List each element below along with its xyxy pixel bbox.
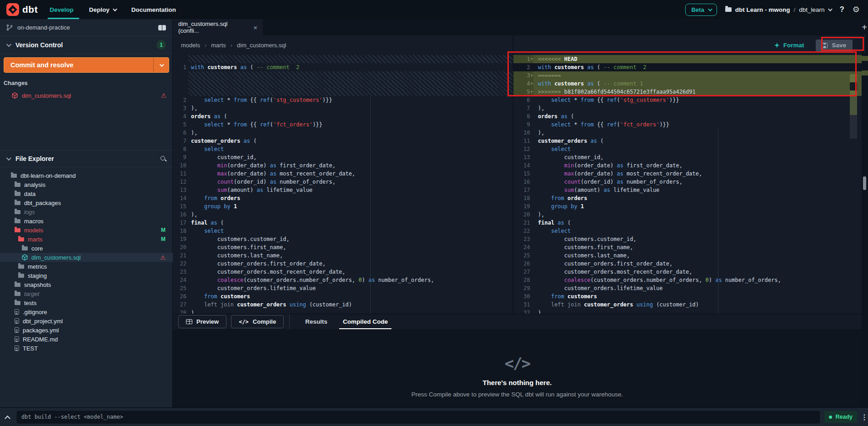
- tree-item-label: metrics: [28, 263, 47, 270]
- tree-item-dim-customers-sql[interactable]: dim_customers.sql⚠: [0, 253, 173, 262]
- scrollbar-thumb[interactable]: [863, 176, 866, 190]
- code-line: 10 ),: [513, 129, 862, 137]
- tree-item-data[interactable]: data: [0, 189, 173, 198]
- tree-item-packages-yml[interactable]: packages.yml: [0, 326, 173, 335]
- beta-dropdown[interactable]: Beta: [685, 4, 717, 16]
- command-input[interactable]: dbt build --select <model_name>: [16, 410, 821, 424]
- nav-item-documentation[interactable]: Documentation: [131, 0, 176, 19]
- changes-count-badge: 1: [156, 40, 166, 50]
- file-icon: [15, 327, 19, 333]
- tree-item-dbt-learn-on-demand[interactable]: dbt-learn-on-demand: [0, 171, 173, 180]
- folder-icon: [15, 301, 20, 305]
- code-line: 6 select * from {{ ref('stg_customers')}…: [513, 96, 862, 104]
- search-icon[interactable]: [160, 155, 166, 162]
- tree-item-logs[interactable]: logs: [0, 207, 173, 216]
- tree-item-target[interactable]: target: [0, 289, 173, 298]
- modified-badge: M: [161, 227, 166, 233]
- code-line: 13 sum(amount) as lifetime_value: [173, 186, 513, 194]
- scrollbar-diff-mark: [862, 70, 868, 75]
- code-line: 5 select * from {{ ref('fct_orders')}}: [173, 120, 513, 129]
- preview-button[interactable]: Preview: [178, 315, 226, 328]
- code-line: 21 final as (: [513, 219, 862, 227]
- project-name: dbt_learn: [799, 6, 824, 13]
- new-tab-icon[interactable]: +: [859, 22, 868, 33]
- code-line: 23 customers.customer_id,: [513, 235, 862, 243]
- tree-item-models[interactable]: modelsM: [0, 226, 173, 235]
- chevron-up-icon[interactable]: [5, 415, 10, 421]
- tree-item-test[interactable]: TEST: [0, 344, 173, 353]
- chevron-down-icon: [708, 7, 712, 11]
- code-line: 15 max(order_date) as most_recent_order_…: [513, 170, 862, 178]
- code-line: 12 select: [513, 145, 862, 153]
- save-floppy-icon: [822, 43, 828, 48]
- overview-ruler-added: [850, 74, 857, 115]
- save-button[interactable]: Save: [816, 40, 853, 51]
- code-empty-icon: </>: [173, 354, 862, 372]
- divider: [289, 314, 290, 330]
- tree-item-metrics[interactable]: metrics: [0, 262, 173, 271]
- nav-items: Develop Deploy Documentation: [50, 0, 176, 19]
- model-cube-icon: [12, 92, 18, 99]
- branch-name: on-demand-practice: [17, 24, 70, 31]
- tree-item-label: dbt_project.yml: [23, 318, 63, 325]
- file-explorer-header[interactable]: File Explorer: [0, 150, 173, 167]
- tree-item-core[interactable]: core: [0, 244, 173, 253]
- help-icon[interactable]: ?: [839, 5, 844, 14]
- tree-item-tests[interactable]: tests: [0, 298, 173, 307]
- account-project-selector[interactable]: dbt Learn - mwong / dbt_learn: [725, 6, 832, 13]
- code-line: 18 from orders: [513, 194, 862, 202]
- code-line: 25 customers.last_name,: [513, 251, 862, 260]
- tab-dim-customers[interactable]: dim_customers.sql (confli... ×: [173, 19, 263, 35]
- code-line: 3),: [173, 104, 513, 112]
- tab-strip: dim_customers.sql (confli... ×: [173, 19, 862, 35]
- branch-row[interactable]: on-demand-practice: [0, 19, 172, 36]
- chevron-down-icon: [113, 7, 117, 11]
- nav-item-develop[interactable]: Develop: [50, 0, 74, 19]
- gear-icon[interactable]: ⚙: [853, 5, 860, 15]
- tree-item-readme-md[interactable]: README.md: [0, 335, 173, 344]
- tree-item-label: marts: [28, 236, 43, 243]
- chevron-down-icon: [6, 41, 11, 46]
- tree-item-staging[interactable]: staging: [0, 271, 173, 280]
- nav-item-deploy[interactable]: Deploy: [89, 0, 116, 19]
- diff-editor-right[interactable]: Format Save 1+<<<<<<< HEAD 2 with custom…: [513, 35, 862, 314]
- tree-item-analysis[interactable]: analysis: [0, 180, 173, 189]
- changed-file-row[interactable]: dim_customers.sql ⚠: [0, 90, 173, 101]
- tree-item-label: logs: [24, 209, 35, 216]
- dbt-logo-icon[interactable]: [6, 3, 19, 16]
- tree-item-dbt-project-yml[interactable]: dbt_project.yml: [0, 316, 173, 326]
- code-line: 22 customer_orders.first_order_date,: [173, 260, 513, 268]
- code-line: 27 left join customer_orders using (cust…: [173, 301, 513, 309]
- commit-and-resolve-button[interactable]: Commit and resolve: [4, 57, 169, 73]
- compile-button[interactable]: </> Compile: [231, 315, 284, 328]
- folder-icon: [15, 192, 20, 196]
- indent-guide: [718, 129, 718, 314]
- dbt-wordmark: dbt: [22, 4, 38, 15]
- code-line: 27 customer_orders.most_recent_order_dat…: [513, 268, 862, 276]
- close-icon[interactable]: ×: [253, 24, 257, 31]
- kebab-menu-icon[interactable]: ⋮: [861, 413, 868, 421]
- diff-editor-left[interactable]: models› marts› dim_customers.sql 1with c…: [173, 35, 513, 314]
- file-tree[interactable]: dbt-learn-on-demandanalysisdatadbt_packa…: [0, 171, 173, 353]
- folder-icon: [725, 7, 732, 12]
- version-control-header[interactable]: Version Control 1: [0, 36, 172, 54]
- account-name: dbt Learn - mwong: [735, 6, 790, 13]
- tree-item-snapshots[interactable]: snapshots: [0, 280, 173, 289]
- status-badge: Ready: [824, 411, 857, 423]
- tree-item-marts[interactable]: martsM: [0, 235, 173, 244]
- code-line: 2 with customers as ( -- comment 2: [513, 63, 862, 71]
- code-line: 32 ): [513, 309, 862, 314]
- code-line: 19 customers.customer_id,: [173, 235, 513, 243]
- format-button[interactable]: Format: [774, 42, 804, 49]
- tab-results[interactable]: Results: [305, 314, 327, 330]
- tree-item-label: analysis: [24, 181, 45, 188]
- tree-item-dbt-packages[interactable]: dbt_packages: [0, 198, 173, 207]
- docs-book-icon[interactable]: [158, 25, 166, 30]
- git-branch-icon: [6, 24, 13, 31]
- code-line: 20 ),: [513, 210, 862, 219]
- tree-item-label: staging: [28, 272, 47, 279]
- tree-item-macros[interactable]: macros: [0, 216, 173, 226]
- tab-compiled-code[interactable]: Compiled Code: [343, 314, 388, 330]
- tree-item--gitignore[interactable]: .gitignore: [0, 307, 173, 316]
- commit-options-chevron[interactable]: [153, 58, 169, 72]
